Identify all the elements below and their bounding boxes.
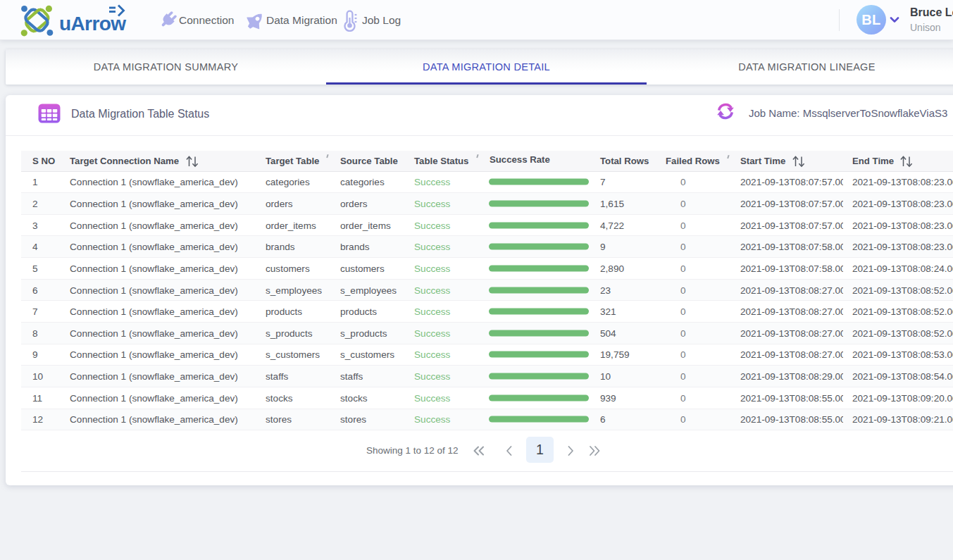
svg-text:uArrow: uArrow [59, 13, 126, 35]
